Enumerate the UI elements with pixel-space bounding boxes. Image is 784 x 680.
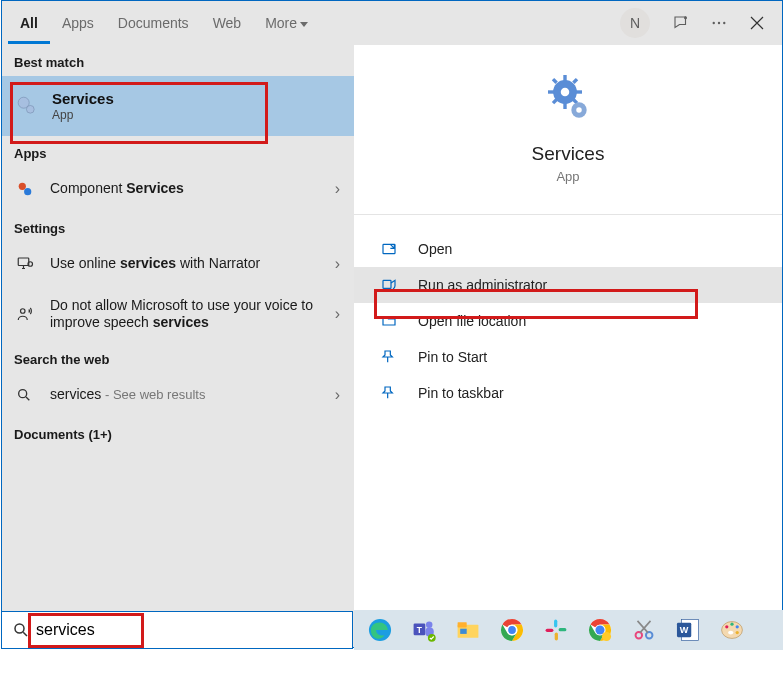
section-documents: Documents (1+): [2, 417, 354, 448]
taskbar-chrome-icon[interactable]: [490, 610, 534, 650]
taskbar-chrome-canary-icon[interactable]: [578, 610, 622, 650]
pin-icon: [378, 385, 400, 401]
best-match-subtitle: App: [52, 108, 114, 122]
svg-point-5: [26, 105, 34, 113]
folder-icon: [378, 313, 400, 329]
section-best-match: Best match: [2, 45, 354, 76]
svg-point-46: [636, 632, 643, 639]
action-open-file-location[interactable]: Open file location: [354, 303, 782, 339]
gear-icon: [16, 95, 44, 117]
result-web-services[interactable]: services - See web results ›: [2, 373, 354, 417]
svg-rect-14: [563, 75, 566, 82]
tab-apps[interactable]: Apps: [50, 3, 106, 43]
monitor-icon: [16, 255, 44, 273]
svg-point-53: [730, 623, 733, 626]
svg-point-10: [21, 309, 26, 314]
svg-point-56: [728, 631, 733, 635]
action-open[interactable]: Open: [354, 231, 782, 267]
start-search-panel: All Apps Documents Web More N Best match: [1, 0, 783, 648]
tab-documents[interactable]: Documents: [106, 3, 201, 43]
more-options-icon[interactable]: [702, 8, 736, 38]
svg-rect-8: [18, 258, 29, 266]
search-input[interactable]: [30, 621, 342, 639]
user-avatar[interactable]: N: [620, 8, 650, 38]
filter-tabs: All Apps Documents Web More N: [2, 1, 782, 45]
open-icon: [378, 241, 400, 257]
search-icon: [16, 387, 44, 403]
search-bar[interactable]: [1, 611, 353, 649]
svg-point-7: [24, 188, 31, 195]
svg-rect-18: [552, 78, 558, 84]
services-gears-icon: [544, 73, 592, 121]
result-component-services[interactable]: Component Services ›: [2, 167, 354, 211]
feedback-icon[interactable]: [664, 8, 698, 38]
section-web: Search the web: [2, 342, 354, 373]
results-list: Best match Services App Apps Component S…: [2, 45, 354, 647]
svg-point-13: [561, 88, 570, 97]
action-pin-to-start[interactable]: Pin to Start: [354, 339, 782, 375]
svg-rect-42: [546, 629, 554, 632]
svg-point-44: [595, 625, 604, 634]
svg-point-3: [723, 22, 725, 24]
svg-point-45: [602, 632, 611, 641]
taskbar-file-explorer-icon[interactable]: [446, 610, 490, 650]
preview-title: Services: [532, 143, 605, 165]
svg-point-2: [718, 22, 720, 24]
svg-point-30: [426, 622, 433, 629]
svg-rect-16: [548, 90, 555, 93]
component-icon: [16, 180, 44, 198]
search-icon: [12, 621, 30, 639]
section-apps: Apps: [2, 136, 354, 167]
best-match-title: Services: [52, 90, 114, 108]
svg-rect-40: [559, 628, 567, 631]
svg-point-1: [713, 22, 715, 24]
svg-point-0: [684, 16, 687, 19]
taskbar-paint-icon[interactable]: [710, 610, 754, 650]
taskbar-snip-icon[interactable]: [622, 610, 666, 650]
close-icon[interactable]: [740, 8, 774, 38]
svg-rect-20: [572, 78, 578, 84]
result-speech-services[interactable]: Do not allow Microsoft to use your voice…: [2, 286, 354, 342]
best-match-item[interactable]: Services App: [2, 76, 354, 136]
action-run-as-admin[interactable]: Run as administrator: [354, 267, 782, 303]
taskbar-slack-icon[interactable]: [534, 610, 578, 650]
svg-rect-15: [563, 102, 566, 109]
taskbar-teams-icon[interactable]: T: [402, 610, 446, 650]
shield-icon: [378, 277, 400, 293]
svg-rect-34: [458, 622, 467, 627]
tab-all[interactable]: All: [8, 3, 50, 44]
taskbar-word-icon[interactable]: W: [666, 610, 710, 650]
taskbar-edge-icon[interactable]: [358, 610, 402, 650]
svg-rect-35: [460, 629, 467, 634]
svg-rect-25: [383, 280, 391, 288]
svg-text:T: T: [417, 625, 423, 635]
result-narrator-services[interactable]: Use online services with Narrator ›: [2, 242, 354, 286]
chevron-down-icon: [300, 22, 308, 27]
svg-rect-39: [554, 620, 557, 628]
chevron-right-icon: ›: [335, 305, 340, 323]
svg-point-6: [19, 183, 26, 190]
svg-rect-17: [575, 90, 582, 93]
chevron-right-icon: ›: [335, 180, 340, 198]
action-pin-to-taskbar[interactable]: Pin to taskbar: [354, 375, 782, 411]
section-settings: Settings: [2, 211, 354, 242]
svg-point-47: [646, 632, 653, 639]
taskbar: T W: [354, 610, 783, 650]
svg-point-54: [736, 625, 739, 628]
tab-web[interactable]: Web: [201, 3, 254, 43]
svg-point-55: [736, 631, 739, 634]
svg-point-11: [19, 390, 27, 398]
chevron-right-icon: ›: [335, 386, 340, 404]
svg-point-52: [725, 625, 728, 628]
chevron-right-icon: ›: [335, 255, 340, 273]
svg-rect-24: [383, 244, 395, 253]
preview-subtitle: App: [556, 169, 579, 184]
svg-point-26: [15, 624, 24, 633]
svg-rect-41: [555, 633, 558, 641]
person-voice-icon: [16, 305, 44, 323]
pin-icon: [378, 349, 400, 365]
tab-more[interactable]: More: [253, 3, 320, 43]
svg-text:W: W: [680, 625, 689, 635]
svg-point-23: [576, 107, 582, 113]
preview-pane: Services App Open Run as administrator: [354, 45, 782, 647]
